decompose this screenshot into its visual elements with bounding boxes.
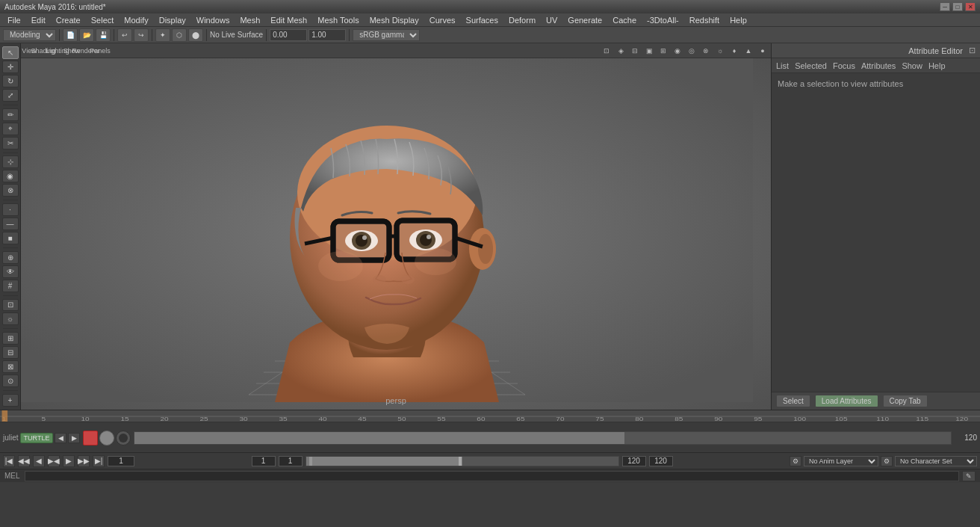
anim-start-input[interactable]: 1 [252,456,276,466]
menu-mesh[interactable]: Mesh [235,15,264,25]
menu-create[interactable]: Create [52,15,85,25]
menu-cache[interactable]: Cache [608,15,641,25]
menu-redshift[interactable]: Redshift [685,15,724,25]
extra-tool-4[interactable]: ⊙ [2,375,19,387]
show-hide[interactable]: 👁 [2,265,19,278]
lasso-tool-button[interactable]: ⬡ [172,28,187,42]
play-forward-button[interactable]: ▶ [63,455,75,467]
anim-layer-select[interactable]: No Anim Layer [804,456,878,466]
open-button[interactable]: 📂 [79,28,94,42]
char-set-settings[interactable]: ⚙ [881,456,893,466]
face-mode[interactable]: ■ [2,232,19,244]
go-to-start-button[interactable]: |◀ [3,455,15,467]
maximize-button[interactable]: □ [952,2,963,11]
value1-input[interactable] [270,29,307,41]
attr-tab-selected[interactable]: Selected [795,61,827,70]
timeline-bar[interactable] [134,431,952,445]
prev-frame-button[interactable]: ◀ [33,455,45,467]
menu-surfaces[interactable]: Surfaces [462,15,503,25]
menu-help[interactable]: Help [725,15,751,25]
menu-file[interactable]: File [3,15,25,25]
go-to-end-button[interactable]: ▶| [93,455,105,467]
next-frame-button[interactable]: ▶▶ [78,455,90,467]
attr-select-button[interactable]: Select [776,395,810,407]
edge-mode[interactable]: — [2,218,19,230]
redo-button[interactable]: ↪ [134,28,149,42]
attr-load-button[interactable]: Load Attributes [815,395,878,407]
timeline-ruler[interactable]: 1 5 10 15 20 25 30 35 40 45 50 55 60 65 … [0,410,980,422]
menu-deform[interactable]: Deform [504,15,540,25]
select-tool-button[interactable]: ✦ [155,28,170,42]
minimize-button[interactable]: ─ [940,2,950,11]
save-button[interactable]: 💾 [96,28,111,42]
vp-lighting-menu[interactable]: Lighting [51,45,64,57]
close-button[interactable]: ✕ [965,2,976,11]
vp-icon-2[interactable]: ◈ [614,45,627,57]
vp-icon-7[interactable]: ◎ [685,45,698,57]
light-tool[interactable]: ☼ [2,312,19,325]
menu-mesh-tools[interactable]: Mesh Tools [313,15,363,25]
sculpt-tool[interactable]: ⊗ [2,184,19,197]
range-end-handle[interactable] [459,457,462,466]
scale-tool[interactable]: ⤢ [2,89,19,102]
grid-toggle[interactable]: # [2,280,19,292]
mel-input[interactable] [25,471,959,481]
extra-tool-2[interactable]: ⊟ [2,346,19,359]
layer-type-button[interactable]: TURTLE [20,433,54,443]
attr-tab-help[interactable]: Help [928,61,946,70]
paint-tool[interactable]: ✏ [2,108,19,121]
menu-3dtoall[interactable]: -3DtoAll- [642,15,683,25]
anim-range-bar[interactable] [306,456,619,466]
prev-key-button[interactable]: ◀◀ [18,455,30,467]
camera-tool[interactable]: ⊡ [2,299,19,312]
layer-next-button[interactable]: ▶ [68,433,80,443]
vp-icon-4[interactable]: ▣ [642,45,656,57]
select-tool[interactable]: ↖ [2,46,19,59]
paint-tool-button[interactable]: ⬤ [188,28,203,42]
menu-windows[interactable]: Windows [192,15,235,25]
snap-tool[interactable]: ⊹ [2,155,19,168]
pivot-tool[interactable]: ⊕ [2,251,19,264]
menu-generate[interactable]: Generate [563,15,607,25]
menu-edit[interactable]: Edit [27,15,50,25]
undo-button[interactable]: ↩ [117,28,132,42]
vp-icon-11[interactable]: ▲ [742,45,755,57]
anim-layer-settings[interactable]: ⚙ [790,456,801,466]
rotate-tool[interactable]: ↻ [2,75,19,87]
total-end-input[interactable]: 120 [649,456,673,466]
vp-icon-6[interactable]: ◉ [671,45,684,57]
vertex-mode[interactable]: · [2,203,19,216]
attr-tab-show[interactable]: Show [902,61,922,70]
mode-select[interactable]: Modeling [3,29,56,41]
play-backward-button[interactable]: ▶◀ [48,455,60,467]
menu-uv[interactable]: UV [542,15,562,25]
color-profile-select[interactable]: sRGB gamma [353,29,420,41]
layer-prev-button[interactable]: ◀ [55,433,66,443]
char-set-select[interactable]: No Character Set [895,456,977,466]
current-frame-input[interactable] [108,456,134,466]
vp-icon-9[interactable]: ☼ [713,45,727,57]
menu-curves[interactable]: Curves [425,15,460,25]
3d-viewport[interactable]: persp [21,58,771,410]
script-editor-button[interactable]: ✎ [962,471,976,481]
soft-select-tool[interactable]: ◉ [2,170,19,182]
playback-end-input[interactable]: 120 [622,456,646,466]
new-file-button[interactable]: 📄 [63,28,78,42]
vp-panels-menu[interactable]: Panels [93,45,107,57]
attr-copy-tab-button[interactable]: Copy Tab [883,395,928,407]
window-controls[interactable]: ─ □ ✕ [940,2,976,11]
lasso-tool[interactable]: ⌖ [2,123,19,135]
menu-display[interactable]: Display [155,15,190,25]
vp-icon-10[interactable]: ♦ [728,45,741,57]
vp-icon-12[interactable]: ● [756,45,769,57]
menu-modify[interactable]: Modify [120,15,152,25]
extra-tool-1[interactable]: ⊞ [2,332,19,345]
attr-tab-attributes[interactable]: Attributes [861,61,896,70]
attr-tab-focus[interactable]: Focus [833,61,855,70]
menu-select[interactable]: Select [87,15,119,25]
menu-edit-mesh[interactable]: Edit Mesh [266,15,311,25]
value2-input[interactable] [308,29,346,41]
extra-tool-3[interactable]: ⊠ [2,360,19,373]
vp-icon-8[interactable]: ⊗ [699,45,713,57]
cut-tool[interactable]: ✂ [2,137,19,150]
